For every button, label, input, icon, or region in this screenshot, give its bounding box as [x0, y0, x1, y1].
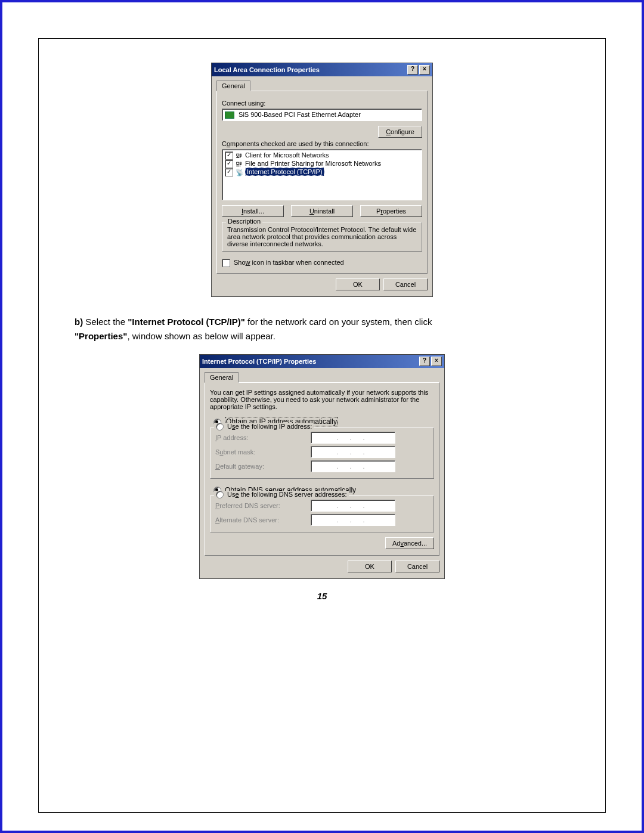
nic-icon: [225, 112, 234, 119]
gateway-label: Default gateway:: [215, 463, 311, 470]
description-text: Transmission Control Protocol/Internet P…: [227, 226, 417, 247]
radio-use-ip[interactable]: Use the following IP address:: [214, 423, 314, 431]
list-item[interactable]: 🖳File and Printer Sharing for Microsoft …: [225, 160, 419, 168]
list-item[interactable]: 🖳Client for Microsoft Networks: [225, 151, 419, 160]
tab-general[interactable]: General: [205, 372, 239, 383]
description-legend: Description: [226, 218, 262, 225]
checkbox-icon[interactable]: [222, 259, 230, 267]
titlebar[interactable]: Internet Protocol (TCP/IP) Properties ? …: [200, 355, 444, 368]
connect-using-label: Connect using:: [222, 100, 422, 107]
description-fieldset: Description Transmission Control Protoco…: [222, 222, 422, 252]
gateway-input[interactable]: . . .: [311, 460, 395, 472]
advanced-button[interactable]: Advanced...: [385, 537, 434, 549]
intro-text: You can get IP settings assigned automat…: [210, 389, 434, 410]
share-icon: 🖳: [236, 160, 244, 168]
components-listbox[interactable]: 🖳Client for Microsoft Networks 🖳File and…: [222, 149, 422, 200]
page-number: 15: [63, 591, 581, 601]
instruction-paragraph: b) Select the "Internet Protocol (TCP/IP…: [75, 315, 569, 343]
configure-button[interactable]: CConfigureonfigure: [378, 126, 422, 138]
subnet-mask-input[interactable]: . . .: [311, 446, 395, 458]
client-icon: 🖳: [236, 152, 244, 159]
properties-button[interactable]: Properties: [360, 205, 422, 217]
titlebar[interactable]: Local Area Connection Properties ? ×: [212, 63, 432, 76]
help-icon[interactable]: ?: [407, 65, 418, 75]
radio-icon[interactable]: [216, 491, 224, 498]
subnet-mask-label: Subnet mask:: [215, 448, 311, 456]
radio-icon[interactable]: [216, 423, 224, 431]
cancel-button[interactable]: Cancel: [395, 561, 439, 572]
ok-button[interactable]: OK: [336, 278, 380, 290]
local-area-connection-dialog: Local Area Connection Properties ? × Gen…: [211, 63, 433, 297]
tcpip-properties-dialog: Internet Protocol (TCP/IP) Properties ? …: [199, 354, 445, 579]
window-title: Local Area Connection Properties: [214, 66, 406, 73]
help-icon[interactable]: ?: [419, 357, 430, 366]
window-title: Internet Protocol (TCP/IP) Properties: [202, 358, 418, 365]
checkbox-icon[interactable]: [225, 151, 233, 160]
ok-button[interactable]: OK: [348, 561, 392, 572]
adapter-field: SiS 900-Based PCI Fast Ethernet Adapter: [222, 109, 422, 121]
alternate-dns-label: Alternate DNS server:: [215, 516, 311, 524]
checkbox-icon[interactable]: [225, 168, 233, 176]
components-label: Components checked are used by this conn…: [222, 140, 422, 147]
radio-use-dns[interactable]: Use the following DNS server addresses:: [214, 491, 349, 499]
show-icon-row[interactable]: Show icon in taskbar when connected: [222, 259, 422, 267]
ip-address-label: IP address:: [215, 434, 311, 441]
ip-address-input[interactable]: . . .: [311, 432, 395, 444]
close-icon[interactable]: ×: [419, 65, 430, 75]
adapter-name: SiS 900-Based PCI Fast Ethernet Adapter: [239, 111, 361, 118]
alternate-dns-input[interactable]: . . .: [311, 514, 395, 526]
list-item[interactable]: 📡Internet Protocol (TCP/IP): [225, 168, 419, 176]
cancel-button[interactable]: Cancel: [383, 278, 428, 290]
close-icon[interactable]: ×: [431, 357, 442, 366]
uninstall-button[interactable]: Uninstall: [291, 205, 353, 217]
preferred-dns-label: Preferred DNS server:: [215, 502, 311, 509]
preferred-dns-input[interactable]: . . .: [311, 500, 395, 512]
tab-general[interactable]: General: [216, 80, 250, 91]
install-button[interactable]: Install...: [222, 205, 284, 217]
checkbox-icon[interactable]: [225, 160, 233, 168]
protocol-icon: 📡: [236, 169, 244, 176]
